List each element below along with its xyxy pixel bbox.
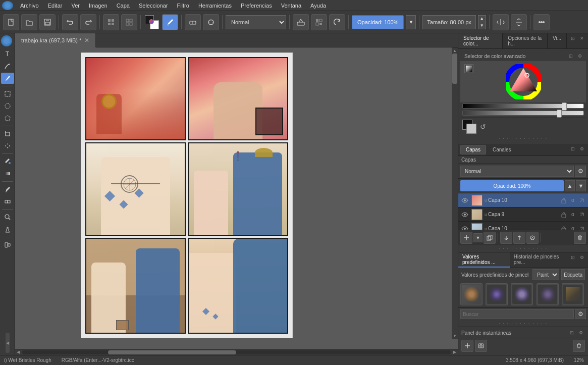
duplicate-layer-button[interactable]	[484, 232, 496, 244]
layer-alpha-0[interactable]: α	[569, 196, 577, 204]
color-wheel-container[interactable]	[460, 61, 586, 102]
file-tab[interactable]: trabajo.kra (697,3 MiB) * ✕	[15, 33, 96, 47]
layer-alpha-1[interactable]: α	[569, 211, 577, 219]
color-refresh-button[interactable]: ↺	[478, 122, 488, 131]
opacity-down[interactable]: ▼	[406, 15, 416, 29]
scroll-thumb-v[interactable]	[452, 54, 457, 84]
layers-float-icon[interactable]: ⊡	[569, 145, 577, 153]
brush-presets-tab[interactable]: Valores predefinidos ...	[458, 252, 510, 268]
layer-inherit-0[interactable]	[578, 196, 586, 204]
vertical-scrollbar[interactable]: ▲ ▼	[452, 47, 458, 339]
pan-tool[interactable]	[1, 224, 14, 235]
size-down[interactable]: ▼	[480, 22, 484, 29]
gradient-tool[interactable]	[1, 168, 14, 179]
snapshot-photo-button[interactable]	[475, 340, 487, 352]
scroll-left-arrow[interactable]: ◀	[15, 349, 21, 355]
scroll-thumb-h[interactable]	[108, 350, 237, 354]
color-swatch[interactable]	[144, 14, 160, 30]
brush-panel-float[interactable]: ⊡	[569, 253, 577, 262]
layer-alpha-2[interactable]: α	[569, 225, 577, 230]
scroll-track-h[interactable]	[22, 350, 451, 354]
layer-lock-2[interactable]	[560, 225, 568, 230]
paint-brush[interactable]	[1, 73, 14, 84]
canales-tab[interactable]: Canales	[487, 145, 517, 154]
crop-tool[interactable]	[1, 128, 14, 139]
color-mode-square-icon[interactable]	[464, 64, 473, 73]
brush-item-4[interactable]	[562, 283, 584, 305]
eraser-button[interactable]	[185, 14, 201, 30]
smart-patch[interactable]	[1, 196, 14, 207]
layer-visibility-2[interactable]	[460, 224, 469, 230]
mirror-v-button[interactable]	[511, 14, 527, 30]
eyedropper-tool[interactable]	[1, 184, 14, 195]
delete-layer-button[interactable]	[574, 232, 586, 244]
ellipse-select[interactable]	[1, 100, 14, 112]
menu-ver[interactable]: Ver	[67, 2, 84, 10]
scroll-up-arrow[interactable]: ▲	[452, 47, 458, 54]
tab-color-selector[interactable]: Selector de color...	[458, 33, 503, 48]
refresh-button[interactable]	[329, 14, 345, 30]
layer-properties-button[interactable]	[526, 232, 539, 244]
grid-options-button[interactable]	[121, 14, 137, 30]
tab-brush-options[interactable]: Opciones de la h...	[503, 33, 548, 48]
color-wheel[interactable]	[506, 64, 541, 99]
horizontal-scrollbar[interactable]: ◀ ▶	[15, 349, 458, 355]
move-layer-up-button[interactable]	[513, 232, 525, 244]
freehand-brush[interactable]	[1, 61, 14, 72]
color-float-icon[interactable]: ⊡	[567, 52, 575, 60]
grid-button[interactable]	[103, 14, 119, 30]
brush-item-0[interactable]	[460, 283, 483, 305]
layer-lock-0[interactable]	[560, 196, 568, 204]
menu-imagen[interactable]: Imagen	[85, 2, 112, 10]
menu-ventana[interactable]: Ventana	[277, 2, 305, 10]
snapshot-options-icon[interactable]: ⚙	[577, 329, 585, 337]
layer-opacity-down[interactable]: ▼	[576, 180, 586, 191]
fg-bg-swatches[interactable]	[462, 120, 476, 134]
brush-item-2[interactable]	[511, 283, 533, 305]
background-swatch[interactable]	[466, 124, 476, 134]
fill-tool[interactable]	[1, 156, 14, 167]
redo-button[interactable]	[80, 14, 96, 30]
layer-visibility-1[interactable]	[460, 210, 469, 219]
snapshot-float-icon[interactable]: ⊡	[568, 329, 576, 337]
text-tool[interactable]: T	[1, 48, 14, 60]
menu-seleccionar[interactable]: Seleccionar	[135, 2, 172, 10]
eraser-toggle[interactable]	[293, 14, 309, 30]
extra-option[interactable]	[533, 14, 550, 30]
move-tool[interactable]	[1, 140, 14, 151]
scroll-right-arrow[interactable]: ▶	[452, 349, 458, 355]
color-options-icon[interactable]: ⚙	[576, 52, 584, 60]
brush-item-3[interactable]	[537, 283, 559, 305]
brush-category-select[interactable]: Paint	[532, 269, 559, 280]
menu-archivo[interactable]: Archivo	[16, 2, 43, 10]
hue-slider[interactable]	[462, 111, 584, 116]
mirror-h-button[interactable]	[493, 14, 509, 30]
open-button[interactable]	[21, 14, 37, 30]
layer-inherit-2[interactable]	[578, 225, 586, 230]
menu-preferencias[interactable]: Preferencias	[237, 2, 276, 10]
brush-item-1[interactable]	[486, 283, 508, 305]
new-button[interactable]	[3, 14, 19, 30]
brush-panel-options[interactable]: ⚙	[578, 253, 586, 262]
menu-capa[interactable]: Capa	[113, 2, 134, 10]
layer-item-1[interactable]: υ Capa 9 α	[458, 207, 588, 222]
rect-select[interactable]	[1, 88, 14, 99]
move-layer-down-button[interactable]	[500, 232, 512, 244]
layer-lock-1[interactable]	[560, 211, 568, 219]
brush-tool-active[interactable]	[162, 14, 178, 30]
menu-ayuda[interactable]: Ayuda	[306, 2, 330, 10]
left-panel-collapse[interactable]: ◀	[1, 333, 14, 353]
capas-tab[interactable]: Capas	[460, 145, 486, 154]
panel-float-icon[interactable]: ⊡	[569, 34, 577, 42]
polygon-select[interactable]	[1, 113, 14, 124]
panel-close-icon[interactable]: ✕	[578, 34, 586, 42]
extra-left-tool[interactable]	[1, 239, 14, 250]
tab-other[interactable]: Vi...	[548, 33, 567, 48]
layer-opacity-up[interactable]: ▲	[565, 180, 575, 191]
size-stepper[interactable]: ▲ ▼	[478, 15, 486, 29]
layer-opacity-button[interactable]: Opacidad: 100%	[460, 180, 564, 191]
lightness-slider[interactable]	[462, 103, 584, 109]
wrap-button[interactable]	[203, 14, 219, 30]
add-layer-type-button[interactable]: ▼	[473, 233, 483, 242]
menu-herramientas[interactable]: Herramientas	[194, 2, 236, 10]
